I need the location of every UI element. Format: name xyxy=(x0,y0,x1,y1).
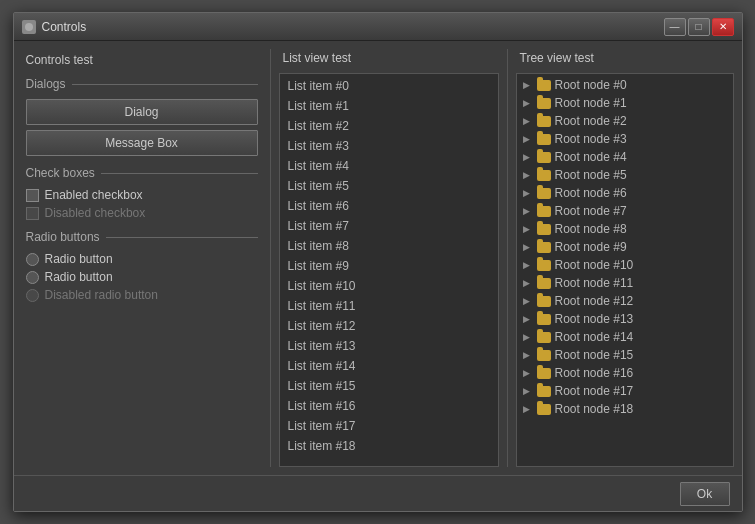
tree-node-label: Root node #2 xyxy=(555,114,627,128)
radio3-label: Disabled radio button xyxy=(45,288,158,302)
dialog-button[interactable]: Dialog xyxy=(26,99,258,125)
controls-test-title: Controls test xyxy=(26,53,258,67)
tree-item[interactable]: ▶Root node #17 xyxy=(517,382,733,400)
tree-arrow-icon: ▶ xyxy=(523,368,533,378)
tree-scroll[interactable]: ▶Root node #0▶Root node #1▶Root node #2▶… xyxy=(517,74,733,466)
disabled-checkbox-row: Disabled checkbox xyxy=(26,206,258,220)
folder-icon xyxy=(537,98,551,109)
folder-icon xyxy=(537,260,551,271)
list-item[interactable]: List item #4 xyxy=(280,156,498,176)
radio2-row[interactable]: Radio button xyxy=(26,270,258,284)
tree-node-label: Root node #1 xyxy=(555,96,627,110)
folder-icon xyxy=(537,80,551,91)
tree-arrow-icon: ▶ xyxy=(523,206,533,216)
ok-button[interactable]: Ok xyxy=(680,482,730,506)
list-item[interactable]: List item #13 xyxy=(280,336,498,356)
message-box-button[interactable]: Message Box xyxy=(26,130,258,156)
tree-arrow-icon: ▶ xyxy=(523,278,533,288)
left-panel: Controls test Dialogs Dialog Message Box… xyxy=(22,49,262,467)
tree-node-label: Root node #15 xyxy=(555,348,634,362)
tree-node-label: Root node #16 xyxy=(555,366,634,380)
tree-item[interactable]: ▶Root node #3 xyxy=(517,130,733,148)
tree-arrow-icon: ▶ xyxy=(523,170,533,180)
tree-item[interactable]: ▶Root node #0 xyxy=(517,76,733,94)
tree-node-label: Root node #12 xyxy=(555,294,634,308)
tree-node-label: Root node #8 xyxy=(555,222,627,236)
titlebar-left: Controls xyxy=(22,20,87,34)
tree-item[interactable]: ▶Root node #8 xyxy=(517,220,733,238)
tree-item[interactable]: ▶Root node #18 xyxy=(517,400,733,418)
list-item[interactable]: List item #7 xyxy=(280,216,498,236)
tree-item[interactable]: ▶Root node #7 xyxy=(517,202,733,220)
tree-node-label: Root node #6 xyxy=(555,186,627,200)
tree-node-label: Root node #17 xyxy=(555,384,634,398)
list-item[interactable]: List item #11 xyxy=(280,296,498,316)
list-item[interactable]: List item #9 xyxy=(280,256,498,276)
list-item[interactable]: List item #0 xyxy=(280,76,498,96)
tree-item[interactable]: ▶Root node #6 xyxy=(517,184,733,202)
tree-item[interactable]: ▶Root node #14 xyxy=(517,328,733,346)
tree-item[interactable]: ▶Root node #2 xyxy=(517,112,733,130)
folder-icon xyxy=(537,170,551,181)
tree-arrow-icon: ▶ xyxy=(523,116,533,126)
close-button[interactable]: ✕ xyxy=(712,18,734,36)
titlebar: Controls — □ ✕ xyxy=(14,13,742,41)
radio1-row[interactable]: Radio button xyxy=(26,252,258,266)
list-item[interactable]: List item #10 xyxy=(280,276,498,296)
tree-arrow-icon: ▶ xyxy=(523,350,533,360)
list-item[interactable]: List item #17 xyxy=(280,416,498,436)
folder-icon xyxy=(537,242,551,253)
tree-arrow-icon: ▶ xyxy=(523,260,533,270)
radio2[interactable] xyxy=(26,271,39,284)
folder-icon xyxy=(537,116,551,127)
list-item[interactable]: List item #5 xyxy=(280,176,498,196)
tree-item[interactable]: ▶Root node #9 xyxy=(517,238,733,256)
list-item[interactable]: List item #18 xyxy=(280,436,498,456)
tree-arrow-icon: ▶ xyxy=(523,134,533,144)
enabled-checkbox-row[interactable]: Enabled checkbox xyxy=(26,188,258,202)
tree-node-label: Root node #7 xyxy=(555,204,627,218)
tree-view-title: Tree view test xyxy=(516,49,734,67)
minimize-button[interactable]: — xyxy=(664,18,686,36)
folder-icon xyxy=(537,206,551,217)
tree-item[interactable]: ▶Root node #4 xyxy=(517,148,733,166)
folder-icon xyxy=(537,368,551,379)
window-controls: — □ ✕ xyxy=(664,18,734,36)
tree-node-label: Root node #13 xyxy=(555,312,634,326)
tree-item[interactable]: ▶Root node #16 xyxy=(517,364,733,382)
tree-item[interactable]: ▶Root node #13 xyxy=(517,310,733,328)
tree-arrow-icon: ▶ xyxy=(523,404,533,414)
tree-arrow-icon: ▶ xyxy=(523,314,533,324)
list-item[interactable]: List item #1 xyxy=(280,96,498,116)
tree-arrow-icon: ▶ xyxy=(523,188,533,198)
tree-node-label: Root node #14 xyxy=(555,330,634,344)
tree-item[interactable]: ▶Root node #15 xyxy=(517,346,733,364)
radio1[interactable] xyxy=(26,253,39,266)
maximize-button[interactable]: □ xyxy=(688,18,710,36)
list-item[interactable]: List item #14 xyxy=(280,356,498,376)
tree-arrow-icon: ▶ xyxy=(523,242,533,252)
folder-icon xyxy=(537,152,551,163)
list-item[interactable]: List item #16 xyxy=(280,396,498,416)
tree-item[interactable]: ▶Root node #5 xyxy=(517,166,733,184)
tree-item[interactable]: ▶Root node #10 xyxy=(517,256,733,274)
folder-icon xyxy=(537,350,551,361)
list-item[interactable]: List item #15 xyxy=(280,376,498,396)
list-item[interactable]: List item #6 xyxy=(280,196,498,216)
folder-icon xyxy=(537,188,551,199)
list-scroll[interactable]: List item #0List item #1List item #2List… xyxy=(280,74,498,466)
list-container: List item #0List item #1List item #2List… xyxy=(279,73,499,467)
list-item[interactable]: List item #3 xyxy=(280,136,498,156)
enabled-checkbox[interactable] xyxy=(26,189,39,202)
checkboxes-section-header: Check boxes xyxy=(26,166,258,180)
folder-icon xyxy=(537,404,551,415)
list-item[interactable]: List item #8 xyxy=(280,236,498,256)
tree-arrow-icon: ▶ xyxy=(523,224,533,234)
list-item[interactable]: List item #12 xyxy=(280,316,498,336)
tree-item[interactable]: ▶Root node #11 xyxy=(517,274,733,292)
main-window: Controls — □ ✕ Controls test Dialogs Dia… xyxy=(13,12,743,512)
list-item[interactable]: List item #2 xyxy=(280,116,498,136)
tree-node-label: Root node #11 xyxy=(555,276,634,290)
tree-item[interactable]: ▶Root node #1 xyxy=(517,94,733,112)
tree-item[interactable]: ▶Root node #12 xyxy=(517,292,733,310)
